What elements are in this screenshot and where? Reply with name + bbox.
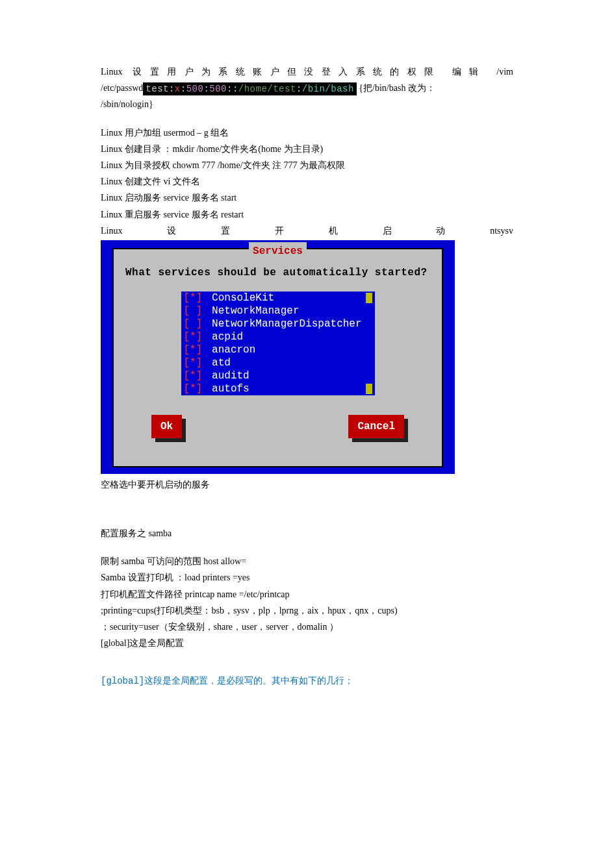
service-checkbox[interactable]: [ ] bbox=[184, 304, 206, 317]
text-line: Linux 启动服务 service 服务名 start bbox=[101, 190, 513, 206]
service-item[interactable]: [*] acpid bbox=[184, 330, 372, 343]
scroll-indicator bbox=[366, 293, 372, 303]
spacer bbox=[101, 651, 513, 673]
text: 置 bbox=[221, 223, 230, 239]
passwd-home: /home/test bbox=[238, 84, 296, 94]
spacer bbox=[101, 541, 513, 553]
cancel-button[interactable]: Cancel bbox=[348, 415, 404, 439]
text-line: [global]这是全局配置 bbox=[101, 635, 513, 651]
service-label: NetworkManager bbox=[206, 304, 366, 317]
service-item[interactable]: [*] auditd bbox=[184, 369, 372, 382]
service-item[interactable]: [ ] NetworkManagerDispatcher bbox=[184, 317, 372, 330]
service-label: NetworkManagerDispatcher bbox=[206, 317, 366, 330]
service-checkbox[interactable]: [ ] bbox=[184, 317, 206, 330]
sep: : bbox=[169, 84, 175, 94]
text-line: /sbin/nologin} bbox=[101, 96, 513, 112]
text: 启 bbox=[383, 223, 392, 239]
text-line: 空格选中要开机启动的服务 bbox=[101, 477, 513, 493]
passwd-gid: 500 bbox=[209, 84, 227, 94]
text: 设 bbox=[167, 223, 176, 239]
text: {把/bin/bash 改为： bbox=[357, 83, 435, 93]
service-label: autofs bbox=[206, 382, 366, 395]
sep: : bbox=[296, 84, 302, 94]
text: 开 bbox=[275, 223, 284, 239]
text-line: Linux 设 置 开 机 启 动 ntsysv bbox=[101, 223, 513, 239]
passwd-user: test bbox=[146, 84, 169, 94]
service-checkbox[interactable]: [*] bbox=[184, 291, 206, 304]
service-label: anacron bbox=[206, 343, 366, 356]
service-checkbox[interactable]: [*] bbox=[184, 382, 206, 395]
text-line: Linux 设置用户为系统账户但没登入系统的权限 编辑 /vim bbox=[101, 64, 513, 80]
sep: : bbox=[181, 84, 186, 94]
service-checkbox[interactable]: [*] bbox=[184, 330, 206, 343]
spacer bbox=[101, 113, 513, 125]
text: ntsysv bbox=[490, 223, 513, 239]
tui-title-wrap: Services bbox=[114, 242, 442, 261]
service-label: acpid bbox=[206, 330, 366, 343]
passwd-snippet: test:x:500:500::/home/test:/bin/bash bbox=[143, 82, 357, 95]
text-line: Samba 设置打印机 ：load printers =yes bbox=[101, 569, 513, 586]
text-line: 打印机配置文件路径 printcap name =/etc/printcap bbox=[101, 586, 513, 602]
tui-inner: Services What services should be automat… bbox=[112, 248, 443, 467]
text: /etc/passwd bbox=[101, 83, 143, 93]
text-line: Linux 用户加组 usermod – g 组名 bbox=[101, 125, 513, 141]
service-checkbox[interactable]: [*] bbox=[184, 356, 206, 369]
passwd-x: x bbox=[175, 84, 181, 94]
tui-title: Services bbox=[249, 242, 307, 261]
text-line: 限制 samba 可访问的范围 host allow= bbox=[101, 553, 513, 569]
text-line: ;printing=cups(打印机类型：bsb，sysv，plp，lprng，… bbox=[101, 602, 513, 619]
service-item[interactable]: [ ] NetworkManager bbox=[184, 304, 372, 317]
service-item[interactable]: [*] ConsoleKit bbox=[184, 291, 372, 304]
tui-question: What services should be automatically st… bbox=[125, 264, 430, 282]
section-heading: 配置服务之 samba bbox=[101, 525, 513, 541]
text: Linux bbox=[101, 223, 122, 239]
text-line: ；security=user（安全级别，share，user，server，do… bbox=[101, 619, 513, 635]
service-checkbox[interactable]: [*] bbox=[184, 343, 206, 356]
services-tui: Services What services should be automat… bbox=[101, 240, 455, 474]
tui-buttons: Ok Cancel bbox=[151, 415, 404, 439]
service-item[interactable]: [*] atd bbox=[184, 356, 372, 369]
document-page: Linux 设置用户为系统账户但没登入系统的权限 编辑 /vim /etc/pa… bbox=[0, 0, 614, 868]
service-item[interactable]: [*] anacron bbox=[184, 343, 372, 356]
text-line: Linux 为目录授权 chowm 777 /home/文件夹 注 777 为最… bbox=[101, 157, 513, 173]
text: 动 bbox=[436, 223, 445, 239]
service-checkbox[interactable]: [*] bbox=[184, 369, 206, 382]
service-label: ConsoleKit bbox=[206, 291, 366, 304]
service-label: atd bbox=[206, 356, 366, 369]
spacer bbox=[101, 493, 513, 525]
service-label: auditd bbox=[206, 369, 366, 382]
text-line: /etc/passwdtest:x:500:500::/home/test:/b… bbox=[101, 80, 513, 96]
text-line: Linux 创建文件 vi 文件名 bbox=[101, 173, 513, 190]
text: 机 bbox=[329, 223, 338, 239]
service-item[interactable]: [*] autofs bbox=[184, 382, 372, 395]
passwd-uid: 500 bbox=[186, 84, 204, 94]
text-line: Linux 重启服务 service 服务名 restart bbox=[101, 206, 513, 223]
passwd-shell: /bin/bash bbox=[302, 84, 354, 94]
ok-button[interactable]: Ok bbox=[151, 415, 182, 439]
text-line: Linux 创建目录 ：mkdir /home/文件夹名(home 为主目录) bbox=[101, 141, 513, 157]
services-list[interactable]: [*] ConsoleKit[ ] NetworkManager[ ] Netw… bbox=[181, 291, 375, 395]
global-note: [global]这段是全局配置，是必段写的。其中有如下的几行； bbox=[101, 673, 513, 689]
sep: : bbox=[203, 84, 209, 94]
sep: :: bbox=[227, 84, 238, 94]
scroll-indicator bbox=[366, 384, 372, 394]
